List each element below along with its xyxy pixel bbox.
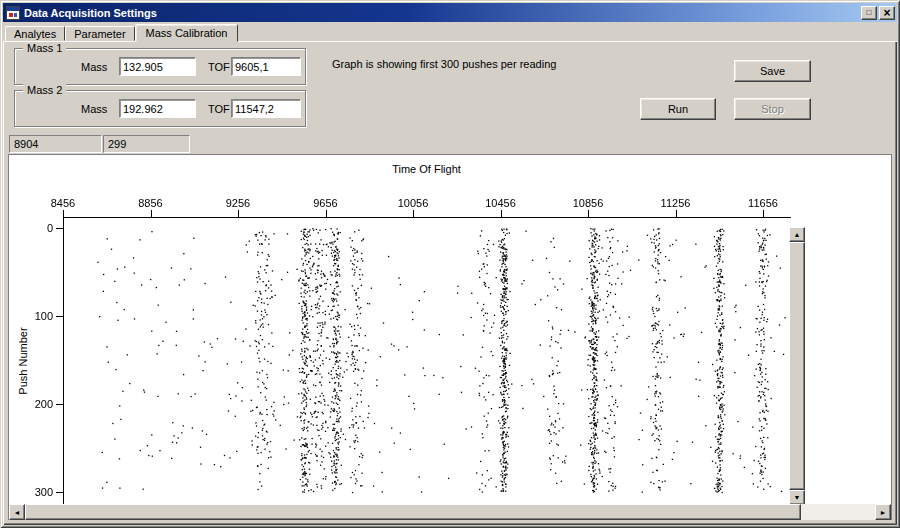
x-tick-mark — [588, 210, 589, 217]
arrow-down-icon: ▼ — [794, 494, 801, 501]
tab-analytes[interactable]: Analytes — [5, 26, 65, 41]
y-tick-label: 0 — [23, 222, 53, 234]
x-tick-mark — [676, 210, 677, 217]
mass1-mass-label: Mass — [81, 61, 107, 73]
mass1-legend: Mass 1 — [23, 42, 66, 54]
tof-scatter-chart: Time Of Flight Push Number ▲ ▼ ◄ — [8, 154, 892, 520]
y-tick-mark — [56, 404, 63, 405]
x-tick-label: 10456 — [474, 197, 528, 209]
close-button[interactable]: × — [879, 6, 895, 20]
scroll-down-button[interactable]: ▼ — [789, 490, 805, 505]
x-tick-mark — [238, 210, 239, 217]
maximize-icon: □ — [867, 9, 872, 17]
y-tick-mark — [56, 316, 63, 317]
chart-title: Time Of Flight — [63, 163, 790, 175]
x-tick-label: 9256 — [211, 197, 265, 209]
stop-button[interactable]: Stop — [734, 98, 811, 120]
window-controls: □ × — [861, 6, 895, 20]
save-button[interactable]: Save — [734, 60, 811, 82]
horizontal-scroll-trough[interactable] — [801, 504, 875, 520]
x-tick-label: 9656 — [299, 197, 353, 209]
scroll-right-button[interactable]: ► — [875, 504, 891, 520]
tab-label: Analytes — [14, 28, 56, 40]
vertical-scroll-thumb[interactable] — [789, 242, 805, 490]
x-tick-mark — [501, 210, 502, 217]
x-tick-mark — [763, 210, 764, 217]
mass1-mass-input[interactable] — [119, 57, 196, 76]
mass1-tof-label: TOF — [208, 61, 230, 73]
y-axis-title: Push Number — [17, 327, 29, 394]
x-tick-label: 11256 — [649, 197, 703, 209]
mass1-tof-input[interactable] — [231, 57, 301, 76]
mass2-tof-label: TOF — [208, 103, 230, 115]
tab-mass-calibration[interactable]: Mass Calibration — [135, 24, 239, 42]
graph-info-text: Graph is showing first 300 pushes per re… — [332, 58, 752, 71]
status-box-right: 299 — [103, 135, 190, 153]
scroll-up-button[interactable]: ▲ — [789, 227, 805, 242]
tab-label: Parameter — [74, 28, 125, 40]
close-icon: × — [883, 8, 890, 18]
y-axis — [63, 217, 64, 504]
chart-horizontal-scrollbar[interactable]: ◄ ► — [9, 504, 891, 520]
x-tick-label: 10856 — [561, 197, 615, 209]
y-tick-label: 200 — [23, 398, 53, 410]
app-icon — [6, 6, 20, 20]
y-tick-label: 300 — [23, 486, 53, 498]
dialog-window: Data Acquisition Settings □ × Analytes P… — [0, 0, 900, 528]
x-tick-label: 10056 — [386, 197, 440, 209]
arrow-left-icon: ◄ — [14, 509, 21, 516]
x-tick-mark — [413, 210, 414, 217]
x-tick-label: 8856 — [124, 197, 178, 209]
run-button[interactable]: Run — [640, 98, 716, 120]
mass2-mass-input[interactable] — [119, 99, 196, 118]
tab-strip: Analytes Parameter Mass Calibration — [5, 24, 238, 41]
title-bar[interactable]: Data Acquisition Settings □ × — [3, 3, 897, 22]
tab-parameter[interactable]: Parameter — [65, 26, 134, 41]
mass2-groupbox: Mass 2 Mass TOF — [14, 90, 306, 127]
y-tick-label: 100 — [23, 310, 53, 322]
y-tick-mark — [56, 228, 63, 229]
mass1-groupbox: Mass 1 Mass TOF — [14, 48, 306, 85]
mass-calibration-page: Mass 1 Mass TOF Mass 2 Mass TOF Graph is… — [3, 41, 897, 525]
mass2-legend: Mass 2 — [23, 84, 66, 96]
x-tick-label: 11656 — [736, 197, 790, 209]
mass2-mass-label: Mass — [81, 103, 107, 115]
x-axis — [63, 217, 791, 218]
scroll-left-button[interactable]: ◄ — [9, 504, 25, 520]
scatter-plot-canvas — [63, 217, 791, 504]
arrow-right-icon: ► — [880, 509, 887, 516]
horizontal-scroll-thumb[interactable] — [25, 504, 801, 520]
arrow-up-icon: ▲ — [794, 231, 801, 238]
window-title: Data Acquisition Settings — [24, 7, 861, 19]
y-tick-mark — [56, 492, 63, 493]
status-box-left: 8904 — [9, 135, 102, 153]
maximize-button[interactable]: □ — [861, 6, 877, 20]
mass2-tof-input[interactable] — [231, 99, 301, 118]
x-tick-mark — [151, 210, 152, 217]
x-tick-mark — [326, 210, 327, 217]
chart-vertical-scrollbar[interactable]: ▲ ▼ — [789, 227, 805, 505]
x-tick-label: 8456 — [36, 197, 90, 209]
tab-label: Mass Calibration — [146, 27, 228, 39]
x-tick-mark — [63, 210, 64, 217]
